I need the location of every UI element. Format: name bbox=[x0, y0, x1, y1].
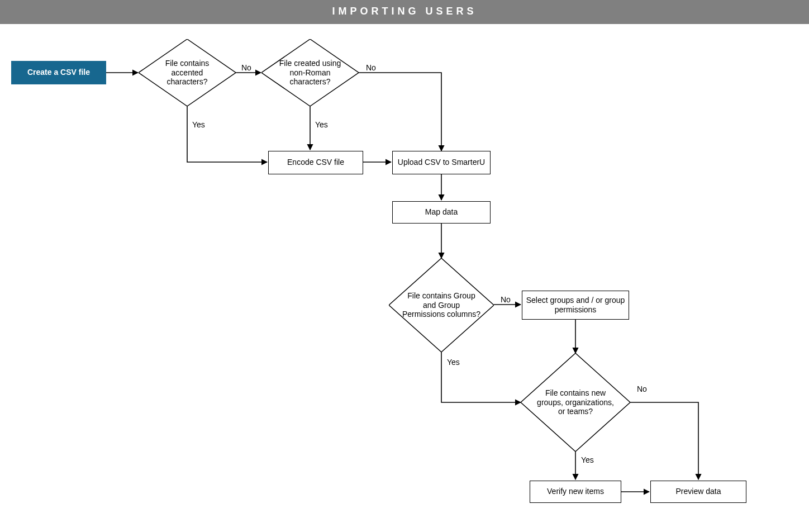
node-select-groups: Select groups and / or group permissions bbox=[522, 291, 629, 320]
node-encode-csv: Encode CSV file bbox=[268, 151, 363, 174]
decision-nonroman-characters: File created using non-Roman characters? bbox=[261, 39, 359, 106]
node-verify-items: Verify new items bbox=[530, 481, 621, 503]
node-upload-csv: Upload CSV to SmarterU bbox=[392, 151, 491, 174]
edge-label-no: No bbox=[366, 63, 376, 72]
edge-label-no: No bbox=[501, 295, 511, 304]
decision-new-groups: File contains new groups, organizations,… bbox=[521, 353, 630, 452]
edge-label-yes: Yes bbox=[315, 120, 328, 129]
node-preview-data: Preview data bbox=[650, 481, 746, 503]
edge-label-no: No bbox=[637, 384, 647, 393]
edge-label-yes: Yes bbox=[192, 120, 205, 129]
decision-label: File contains accented characters? bbox=[139, 39, 236, 106]
edge-label-no: No bbox=[241, 63, 251, 72]
edge-label-yes: Yes bbox=[447, 358, 460, 367]
node-map-data: Map data bbox=[392, 201, 491, 224]
decision-group-columns: File contains Group and Group Permission… bbox=[389, 258, 494, 352]
decision-accented-characters: File contains accented characters? bbox=[139, 39, 236, 106]
page-title: IMPORTING USERS bbox=[0, 0, 809, 24]
node-start-create-csv: Create a CSV file bbox=[11, 61, 106, 84]
edge-label-yes: Yes bbox=[581, 455, 594, 464]
decision-label: File contains Group and Group Permission… bbox=[389, 258, 494, 352]
decision-label: File contains new groups, organizations,… bbox=[521, 353, 630, 452]
decision-label: File created using non-Roman characters? bbox=[261, 39, 359, 106]
